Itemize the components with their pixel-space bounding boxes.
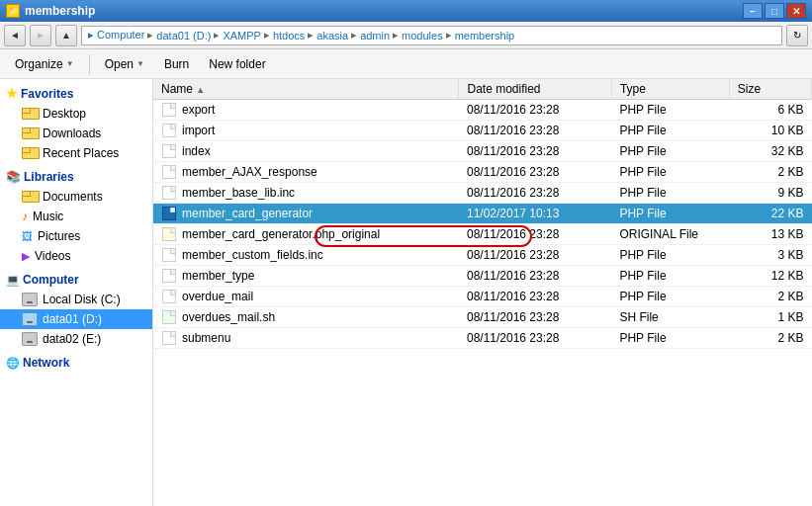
file-name-cell: member_base_lib.inc [153, 183, 459, 204]
col-size[interactable]: Size [729, 79, 811, 100]
refresh-button[interactable]: ↻ [786, 25, 808, 46]
file-name-cell: member_custom_fields.inc [153, 245, 459, 266]
crumb-admin[interactable]: admin [358, 30, 392, 42]
file-size: 13 KB [729, 224, 811, 245]
favorites-star-icon: ★ [6, 86, 18, 101]
crumb-computer[interactable]: ▸ Computer [86, 29, 146, 42]
file-type: PHP File [611, 245, 729, 266]
sidebar-item-recent-places[interactable]: Recent Places [0, 143, 152, 163]
file-date: 08/11/2016 23:28 [459, 162, 611, 183]
file-name-cell: member_type [153, 266, 459, 287]
file-type: PHP File [611, 204, 729, 224]
file-size: 32 KB [729, 141, 811, 162]
table-row[interactable]: import08/11/2016 23:28PHP File10 KB [153, 121, 812, 141]
back-button[interactable]: ◄ [4, 25, 26, 46]
sort-arrow-icon: ▲ [196, 85, 205, 95]
crumb-htdocs[interactable]: htdocs [271, 30, 307, 42]
favorites-header[interactable]: ★ Favorites [0, 83, 152, 104]
file-name: member_custom_fields.inc [182, 248, 323, 262]
col-type[interactable]: Type [611, 79, 729, 100]
file-type: PHP File [611, 328, 729, 349]
sidebar-item-desktop[interactable]: Desktop [0, 104, 152, 124]
network-icon: 🌐 [6, 357, 20, 370]
file-type: PHP File [611, 183, 729, 204]
file-date: 08/11/2016 23:28 [459, 307, 611, 328]
crumb-membership[interactable]: membership [453, 30, 517, 42]
table-row[interactable]: member_base_lib.inc08/11/2016 23:28PHP F… [153, 183, 812, 204]
address-field[interactable]: ▸ Computer ▸ data01 (D:) ▸ XAMPP ▸ htdoc… [81, 26, 782, 45]
table-row[interactable]: member_card_generator.php_original08/11/… [153, 224, 812, 245]
sidebar-item-label: Recent Places [43, 146, 119, 160]
organize-button[interactable]: Organize ▼ [6, 52, 83, 76]
file-table: Name ▲ Date modified Type Size export08/… [153, 79, 812, 349]
file-name-cell: import [153, 121, 459, 141]
title-bar: 📁 membership − □ ✕ [0, 0, 812, 22]
file-size: 2 KB [729, 328, 811, 349]
sidebar-item-downloads[interactable]: Downloads [0, 124, 152, 143]
file-name: overdues_mail.sh [182, 310, 275, 324]
libraries-section: 📚 Libraries Documents ♪ Music 🖼 Pictures… [0, 167, 152, 266]
file-name: member_card_generator.php_original [182, 227, 380, 241]
sidebar-item-label: data02 (E:) [43, 332, 101, 346]
file-name-cell: member_card_generator [153, 204, 459, 224]
file-type: PHP File [611, 287, 729, 307]
col-name[interactable]: Name ▲ [153, 79, 459, 100]
sidebar-item-label: Pictures [38, 229, 80, 243]
table-row[interactable]: submenu08/11/2016 23:28PHP File2 KB [153, 328, 812, 349]
file-name: index [182, 144, 211, 158]
network-header[interactable]: 🌐 Network [0, 353, 152, 373]
table-row[interactable]: index08/11/2016 23:28PHP File32 KB [153, 141, 812, 162]
table-row[interactable]: export08/11/2016 23:28PHP File6 KB [153, 100, 812, 121]
open-dropdown-arrow: ▼ [136, 59, 144, 68]
table-row[interactable]: overdue_mail08/11/2016 23:28PHP File2 KB [153, 287, 812, 307]
table-row[interactable]: member_AJAX_response08/11/2016 23:28PHP … [153, 162, 812, 183]
file-date: 08/11/2016 23:28 [459, 100, 611, 121]
sidebar-item-local-disk-c[interactable]: Local Disk (C:) [0, 290, 152, 309]
up-button[interactable]: ▲ [55, 25, 77, 46]
computer-header[interactable]: 💻 Computer [0, 270, 152, 290]
table-row[interactable]: overdues_mail.sh08/11/2016 23:28SH File1… [153, 307, 812, 328]
file-type: PHP File [611, 141, 729, 162]
forward-button[interactable]: ► [30, 25, 51, 46]
file-name-cell: export [153, 100, 459, 121]
file-date: 08/11/2016 23:28 [459, 287, 611, 307]
file-name-cell: overdues_mail.sh [153, 307, 459, 328]
videos-icon: ▶ [22, 250, 30, 263]
file-date: 08/11/2016 23:28 [459, 245, 611, 266]
table-row[interactable]: member_type08/11/2016 23:28PHP File12 KB [153, 266, 812, 287]
col-date-modified[interactable]: Date modified [459, 79, 611, 100]
minimize-button[interactable]: − [743, 3, 763, 19]
organize-dropdown-arrow: ▼ [66, 59, 74, 68]
libraries-header[interactable]: 📚 Libraries [0, 167, 152, 187]
crumb-akasia[interactable]: akasia [315, 30, 350, 42]
file-name-cell: submenu [153, 328, 459, 349]
file-size: 2 KB [729, 162, 811, 183]
file-name-cell: index [153, 141, 459, 162]
table-row[interactable]: member_custom_fields.inc08/11/2016 23:28… [153, 245, 812, 266]
open-button[interactable]: Open ▼ [96, 52, 153, 76]
sidebar-item-data01[interactable]: data01 (D:) [0, 309, 152, 329]
maximize-button[interactable]: □ [765, 3, 784, 19]
sidebar-item-data02[interactable]: data02 (E:) [0, 329, 152, 349]
favorites-section: ★ Favorites Desktop Downloads Recent Pla… [0, 83, 152, 163]
crumb-xampp[interactable]: XAMPP [221, 30, 263, 42]
sidebar-item-label: Local Disk (C:) [43, 293, 121, 306]
file-name-cell: member_AJAX_response [153, 162, 459, 183]
sidebar-item-pictures[interactable]: 🖼 Pictures [0, 226, 152, 246]
file-name: overdue_mail [182, 290, 253, 303]
file-list-container: Name ▲ Date modified Type Size export08/… [153, 79, 812, 349]
computer-section: 💻 Computer Local Disk (C:) data01 (D:) d… [0, 270, 152, 349]
crumb-data01[interactable]: data01 (D:) [154, 30, 213, 42]
drive-d-icon [22, 312, 38, 326]
sidebar-item-music[interactable]: ♪ Music [0, 207, 152, 226]
breadcrumb: ▸ Computer ▸ data01 (D:) ▸ XAMPP ▸ htdoc… [86, 29, 516, 42]
new-folder-button[interactable]: New folder [200, 52, 274, 76]
file-size: 9 KB [729, 183, 811, 204]
file-name-cell: overdue_mail [153, 287, 459, 307]
crumb-modules[interactable]: modules [400, 30, 445, 42]
table-row[interactable]: member_card_generator11/02/2017 10:13PHP… [153, 204, 812, 224]
sidebar-item-videos[interactable]: ▶ Videos [0, 246, 152, 266]
sidebar-item-documents[interactable]: Documents [0, 187, 152, 207]
burn-button[interactable]: Burn [155, 52, 198, 76]
close-button[interactable]: ✕ [786, 3, 806, 19]
